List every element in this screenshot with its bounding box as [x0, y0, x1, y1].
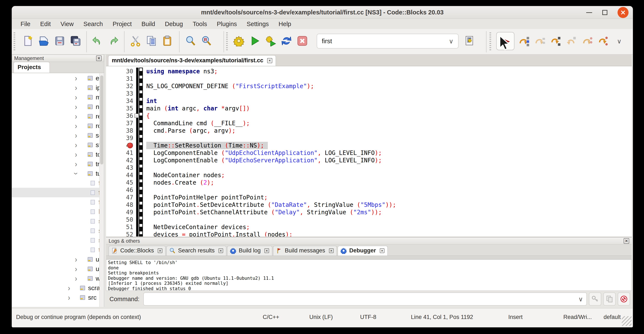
log-tab-search-results[interactable]: Search results✕ — [166, 246, 226, 256]
tree-item-se[interactable]: se — [12, 216, 99, 226]
breakpoint-margin[interactable] — [136, 179, 143, 186]
breakpoint-margin[interactable] — [136, 201, 143, 209]
code-line-37[interactable]: 37 CommandLine cmd (__FILE__); — [106, 120, 632, 127]
tree-scrollbar[interactable] — [99, 73, 104, 307]
breakpoint-margin[interactable] — [136, 83, 143, 90]
menu-plugins[interactable]: Plugins — [212, 21, 242, 28]
line-number[interactable]: 37 — [106, 120, 133, 127]
line-number[interactable]: 47 — [106, 194, 133, 201]
tree-item-rout[interactable]: ›rout — [12, 121, 99, 131]
breakpoint-margin[interactable] — [136, 97, 143, 105]
code-line-48[interactable]: 48 pointToPoint.SetDeviceAttribute ("Dat… — [106, 201, 632, 209]
code-line-52[interactable]: 52 devices = pointToPoint.Install (nodes… — [106, 231, 632, 236]
next-line-button[interactable] — [534, 35, 546, 47]
chevron-collapsed-icon[interactable]: › — [75, 150, 77, 159]
code-line-41[interactable]: 41 LogComponentEnable ("UdpEchoClientApp… — [106, 149, 632, 157]
undo-button[interactable] — [90, 34, 104, 48]
tab-projects[interactable]: Projects — [14, 62, 50, 73]
code-line-44[interactable]: 44 NodeContainer nodes; — [106, 171, 632, 179]
tree-item-scratcl[interactable]: ›scratcl — [12, 283, 99, 293]
replace-button[interactable]: R — [200, 34, 213, 48]
editor-tab-close-icon[interactable]: ✕ — [267, 58, 272, 63]
find-button[interactable] — [184, 34, 197, 48]
resize-grip[interactable] — [622, 316, 632, 326]
line-number[interactable]: 45 — [106, 179, 133, 186]
line-number[interactable]: 35 — [106, 105, 133, 112]
line-number[interactable]: 43 — [106, 164, 133, 171]
chevron-down-icon[interactable]: ∨ — [578, 295, 583, 303]
new-file-button[interactable] — [21, 34, 35, 48]
chevron-collapsed-icon[interactable]: › — [75, 112, 77, 121]
copy-log-button[interactable] — [603, 292, 616, 305]
editor-tab-first-cc[interactable]: mnt/dev/tools/source/ns-3-dev/examples/t… — [108, 55, 276, 66]
chevron-collapsed-icon[interactable]: › — [68, 283, 70, 292]
paste-button[interactable] — [160, 34, 174, 48]
close-button[interactable]: ✕ — [618, 7, 628, 18]
code-line-43[interactable]: 43 — [106, 164, 632, 171]
chevron-collapsed-icon[interactable]: › — [75, 93, 77, 102]
breakpoint-icon[interactable] — [127, 143, 133, 148]
log-tab-build-messages[interactable]: Build messages✕ — [273, 246, 337, 256]
toolbar-grip[interactable] — [226, 33, 228, 51]
chevron-down-icon[interactable]: ∨ — [449, 38, 454, 45]
redo-button[interactable] — [106, 34, 120, 48]
line-number[interactable]: 30 — [106, 68, 133, 75]
code-line-39[interactable]: 39 — [106, 134, 632, 142]
tree-item-fir[interactable]: fir — [12, 188, 99, 197]
line-number[interactable]: 36 — [106, 112, 133, 120]
open-file-button[interactable] — [37, 34, 50, 48]
code-line-36[interactable]: 36–{ — [106, 112, 632, 120]
tree-item-he[interactable]: he — [12, 207, 99, 216]
tree-item-erro[interactable]: ›erro — [12, 73, 99, 83]
tree-item-tuto[interactable]: ›tuto — [12, 169, 99, 178]
tree-item-stat[interactable]: ›stat — [12, 140, 99, 150]
chevron-collapsed-icon[interactable]: › — [75, 131, 77, 140]
line-number[interactable]: 50 — [106, 216, 133, 223]
tree-item-fif[interactable]: fif — [12, 178, 99, 188]
chevron-collapsed-icon[interactable]: › — [75, 159, 77, 168]
chevron-collapsed-icon[interactable]: › — [75, 74, 77, 83]
menu-file[interactable]: File — [16, 21, 35, 28]
tree-item-wire[interactable]: ›wire — [12, 274, 99, 283]
debugger-output[interactable]: Setting SHELL to '/bin/sh'doneSetting br… — [106, 259, 632, 291]
breakpoint-margin[interactable] — [136, 186, 143, 194]
save-all-button[interactable] — [69, 34, 82, 48]
step-into-button[interactable] — [550, 35, 562, 47]
chevron-collapsed-icon[interactable]: › — [75, 83, 77, 92]
tree-item-src[interactable]: ›src — [12, 293, 99, 302]
fold-collapse-icon[interactable]: – — [134, 114, 139, 118]
line-number[interactable]: 34 — [106, 97, 133, 105]
save-button[interactable] — [53, 34, 66, 48]
tree-item-six[interactable]: six — [12, 235, 99, 245]
log-tab-build-log[interactable]: Build log✕ — [227, 246, 272, 256]
chevron-collapsed-icon[interactable]: › — [75, 102, 77, 111]
chevron-collapsed-icon[interactable]: › — [75, 274, 77, 283]
tree-item-th[interactable]: th — [12, 245, 99, 254]
chevron-expanded-icon[interactable]: › — [72, 173, 81, 175]
breakpoint-margin[interactable] — [136, 134, 143, 142]
toolbar-grip[interactable] — [14, 33, 15, 51]
chevron-collapsed-icon[interactable]: › — [68, 293, 70, 302]
code-line-34[interactable]: 34int — [106, 97, 632, 105]
breakpoint-margin[interactable] — [136, 120, 143, 127]
log-tab-code-blocks[interactable]: Code::Blocks✕ — [108, 246, 166, 256]
code-line-31[interactable]: 31 — [106, 75, 632, 83]
breakpoint-margin[interactable] — [136, 223, 143, 231]
code-line-30[interactable]: 30using namespace ns3; — [106, 68, 632, 75]
menu-settings[interactable]: Settings — [242, 21, 274, 28]
step-into-instruction-button[interactable] — [598, 35, 610, 47]
breakpoint-margin[interactable] — [136, 75, 143, 83]
menu-debug[interactable]: Debug — [160, 21, 188, 28]
chevron-collapsed-icon[interactable]: › — [75, 140, 77, 149]
maximize-button[interactable] — [602, 10, 608, 15]
line-number[interactable]: 51 — [106, 223, 133, 231]
code-line-32[interactable]: 32NS_LOG_COMPONENT_DEFINE ("FirstScriptE… — [106, 83, 632, 90]
menu-help[interactable]: Help — [274, 21, 296, 28]
chevron-collapsed-icon[interactable]: › — [75, 255, 77, 264]
code-view[interactable]: 30using namespace ns3;3132NS_LOG_COMPONE… — [106, 66, 632, 236]
breakpoint-margin[interactable] — [136, 149, 143, 157]
line-number[interactable]: 49 — [106, 209, 133, 216]
code-line-38[interactable]: 38 cmd.Parse (argc, argv); — [106, 127, 632, 134]
tree-item-trafl[interactable]: ›trafl — [12, 159, 99, 169]
breakpoint-margin[interactable] — [136, 90, 143, 97]
